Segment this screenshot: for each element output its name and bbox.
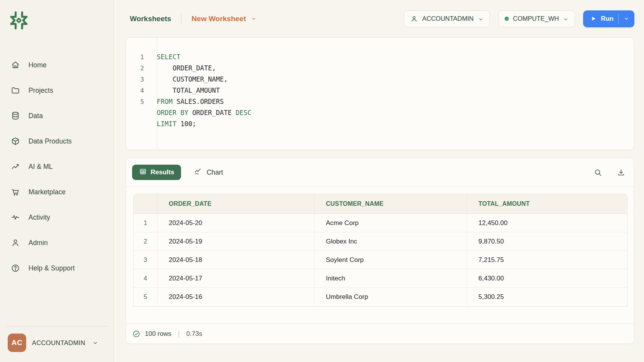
sidebar-item-ai-ml[interactable]: AI & ML [0,154,113,179]
worksheet-title-dropdown[interactable]: New Worksheet [191,15,256,23]
chevron-down-icon [92,340,98,346]
user-icon [11,238,20,247]
main-area: Worksheets New Worksheet ACCOUNTADMIN CO… [114,0,644,362]
sidebar-item-data[interactable]: Data [0,103,113,128]
worksheet-title: New Worksheet [191,15,246,23]
sidebar-item-label: Data [29,112,43,120]
code-text: ORDER_DATE, [157,63,216,74]
results-tabbar: Results Chart [126,158,634,187]
sidebar-item-data-products[interactable]: Data Products [0,128,113,154]
code-text: SELECT [157,52,180,63]
table-cell: Globex Inc [314,232,467,251]
code-text: TOTAL_AMOUNT [157,85,220,96]
row-number: 4 [134,269,157,288]
table-cell: 2024-05-20 [157,214,314,232]
code-text: FROM SALES.ORDERS [157,96,224,107]
table-grid-icon [139,168,147,177]
code-line: 4 TOTAL_AMOUNT [126,85,634,96]
sidebar-item-label: Help & Support [29,264,75,272]
table-cell: Acme Corp [314,214,467,232]
search-icon[interactable] [594,168,602,177]
run-button-main[interactable]: Run [583,10,618,27]
sidebar-item-activity[interactable]: Activity [0,205,113,230]
table-row[interactable]: 52024-05-16Umbrella Corp5,300.25 [134,288,627,306]
sidebar-item-label: Admin [29,239,48,247]
table-row[interactable]: 42024-05-17Initech6,430.00 [134,269,627,288]
status-divider: | [178,330,179,338]
warehouse-selector[interactable]: COMPUTE_WH [498,10,575,27]
sidebar-item-marketplace[interactable]: Marketplace [0,179,113,205]
sql-editor[interactable]: 1SELECT2 ORDER_DATE,3 CUSTOMER_NAME,4 TO… [126,37,634,150]
table-cell: 9,870.50 [467,232,627,251]
sql-code[interactable]: 1SELECT2 ORDER_DATE,3 CUSTOMER_NAME,4 TO… [126,38,634,130]
line-number: 1 [126,52,157,63]
sidebar-spacer [0,281,113,326]
results-panel: Results Chart ORDER_DATECUSTOMER_ [126,158,634,344]
line-chart-icon [194,167,202,178]
tab-results[interactable]: Results [132,165,181,180]
table-cell: 2024-05-18 [157,251,314,269]
download-icon[interactable] [617,168,626,177]
cube-icon [11,137,20,146]
warehouse-label: COMPUTE_WH [513,15,559,22]
code-line: LIMIT 100; [126,118,634,130]
code-line: 5FROM SALES.ORDERS [126,96,634,107]
column-header-customer_name[interactable]: CUSTOMER_NAME [314,194,467,214]
column-header-order_date[interactable]: ORDER_DATE [157,194,314,214]
elapsed-time: 0.73s [186,330,202,338]
home-icon [11,60,20,70]
table-row[interactable]: 22024-05-19Globex Inc9,870.50 [134,232,627,251]
pulse-icon [11,213,20,222]
trend-icon [11,162,20,171]
play-icon [590,15,597,22]
line-number [126,118,157,130]
table-cell: 6,430.00 [467,269,627,288]
row-number: 2 [134,232,157,251]
code-line: 3 CUSTOMER_NAME, [126,74,634,85]
sidebar: HomeProjectsDataData ProductsAI & MLMark… [0,0,114,362]
sidebar-item-help-support[interactable]: Help & Support [0,255,113,281]
sidebar-item-label: Data Products [29,137,72,145]
chevron-down-icon [251,16,257,22]
table-cell: 5,300.25 [467,288,627,306]
check-circle-icon [132,330,141,338]
user-menu[interactable]: AC ACCOUNTADMIN [5,326,108,354]
table-cell: 12,450.00 [467,214,627,232]
run-label: Run [601,15,614,23]
breadcrumb-divider [181,14,181,24]
tab-chart[interactable]: Chart [194,167,223,178]
results-toolbar [594,168,626,177]
table-row[interactable]: 12024-05-20Acme Corp12,450.00 [134,214,627,232]
table-cell: 7,215.75 [467,251,627,269]
code-line: 1SELECT [126,52,634,63]
query-statusbar: 100 rows | 0.73s [126,324,634,344]
results-table-wrap: ORDER_DATECUSTOMER_NAMETOTAL_AMOUNT 1202… [133,194,627,307]
row-number-column-header [134,194,157,214]
run-options-chevron[interactable] [619,10,634,27]
sidebar-item-admin[interactable]: Admin [0,230,113,255]
role-selector[interactable]: ACCOUNTADMIN [404,10,490,27]
breadcrumb-worksheets[interactable]: Worksheets [130,15,171,23]
tab-results-label: Results [151,168,174,176]
row-number: 3 [134,251,157,269]
row-number: 1 [134,214,157,232]
sidebar-item-home[interactable]: Home [0,52,113,78]
help-icon [11,264,20,273]
results-table: ORDER_DATECUSTOMER_NAMETOTAL_AMOUNT 1202… [133,194,627,307]
code-line: 2 ORDER_DATE, [126,63,634,74]
folder-icon [11,86,20,95]
person-icon [410,15,418,23]
snowflake-logo-icon[interactable] [8,10,29,31]
table-row[interactable]: 32024-05-18Soylent Corp7,215.75 [134,251,627,269]
sidebar-nav: HomeProjectsDataData ProductsAI & MLMark… [0,52,113,281]
chevron-down-icon [478,16,483,22]
table-cell: Initech [314,269,467,288]
column-header-total_amount[interactable]: TOTAL_AMOUNT [467,194,627,214]
line-number: 3 [126,74,157,85]
run-button[interactable]: Run [583,10,634,27]
sidebar-item-label: Projects [29,87,53,95]
line-number: 2 [126,63,157,74]
table-cell: 2024-05-16 [157,288,314,306]
topbar-actions: ACCOUNTADMIN COMPUTE_WH Run [404,10,634,27]
sidebar-item-projects[interactable]: Projects [0,78,113,103]
